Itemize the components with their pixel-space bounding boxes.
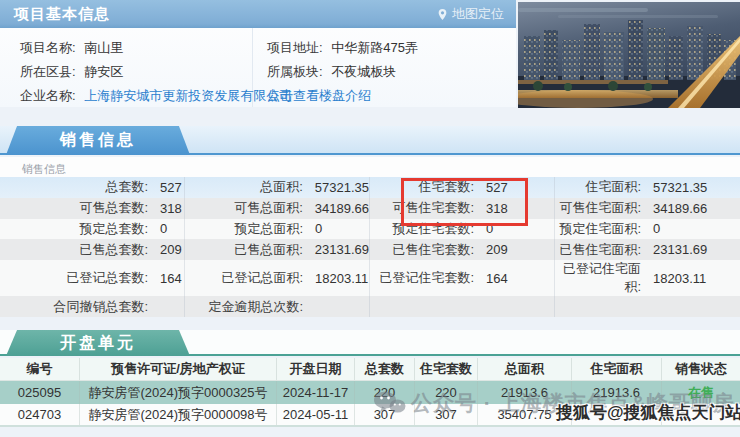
cell-label: 已售总面积: xyxy=(185,241,303,259)
tab-opening-units[interactable]: 开盘单元 xyxy=(6,330,190,356)
sales-tab-strip: 销售信息 xyxy=(0,126,740,155)
cell-label: 预定总套数: xyxy=(0,220,148,238)
project-info-panel: 项目名称: 南山里 所在区县: 静安区 企业名称: 上海静安城市更新投资发展有限… xyxy=(0,28,516,107)
cell-label: 预定住宅套数: xyxy=(370,220,474,238)
cell-label: 定金逾期总次数: xyxy=(185,298,303,316)
cell-label: 可售住宅套数: xyxy=(370,199,474,217)
opening-table-row-selected[interactable]: 025095 静安房管(2024)预字0000325号 2024-11-17 2… xyxy=(0,381,740,404)
cell-empty-1 xyxy=(370,296,555,317)
opening-tab-strip: 开盘单元 xyxy=(0,330,740,356)
cell-label: 可售总面积: xyxy=(185,199,303,217)
cell-resi-units: 住宅套数:527 xyxy=(370,177,555,198)
cell-resi-units: 220 xyxy=(415,381,478,404)
cell-resi-area: 住宅面积:57321.35 xyxy=(555,177,740,198)
cell-total-area: 21913.6 xyxy=(478,381,572,404)
project-name-value: 南山里 xyxy=(84,40,123,55)
cell-value: 527 xyxy=(486,180,508,195)
cell-value: 34189.66 xyxy=(653,201,707,216)
col-header-status: 销售状态 xyxy=(662,358,740,380)
sales-table: 总套数:527 总面积:57321.35 住宅套数:527 住宅面积:57321… xyxy=(0,177,740,317)
sales-row-cancelled: 合同撤销总套数: 定金逾期总次数: xyxy=(0,296,740,317)
col-header-total-units: 总套数 xyxy=(355,358,415,380)
map-locate-link[interactable]: 地图定位 xyxy=(437,5,504,23)
district-label: 所在区县: xyxy=(20,64,76,79)
intro-row: 点击查看楼盘介绍 xyxy=(267,84,516,108)
plate-label: 所属板块: xyxy=(267,64,323,79)
cell-label: 已登记住宅面积: xyxy=(555,260,641,296)
cell-value: 164 xyxy=(160,271,182,286)
cell-value: 18203.11 xyxy=(315,271,368,286)
project-info-right-column: 项目地址: 中华新路475弄 所属板块: 不夜城板块 点击查看楼盘介绍 xyxy=(253,28,516,107)
cell-value: 57321.35 xyxy=(315,180,369,195)
sales-row-reserved: 预定总套数:0 预定总面积:0 预定住宅套数:0 预定住宅面积:0 xyxy=(0,219,740,240)
cell-total-area: 35407.75 xyxy=(478,404,572,425)
tab-sales-info[interactable]: 销售信息 xyxy=(6,126,190,155)
cell-deposit-overdue: 定金逾期总次数: xyxy=(185,296,370,317)
cell-total-area: 总面积:57321.35 xyxy=(185,177,370,198)
plate-value: 不夜城板块 xyxy=(331,64,396,79)
cell-value: 0 xyxy=(486,221,493,236)
cell-value: 164 xyxy=(486,271,508,286)
cell-value: 34189.66 xyxy=(315,201,369,216)
cell-label: 总面积: xyxy=(185,178,303,196)
cell-value: 0 xyxy=(653,221,660,236)
col-header-total-area: 总面积 xyxy=(478,358,572,380)
cell-permit: 静安房管(2024)预字0000098号 xyxy=(80,404,277,425)
cell-value: 0 xyxy=(160,221,167,236)
sales-subheader-band xyxy=(0,157,740,177)
opening-table-row[interactable]: 024703 静安房管(2024)预字0000098号 2024-05-11 3… xyxy=(0,404,740,427)
cell-value: 318 xyxy=(486,201,508,216)
cell-total-units: 220 xyxy=(355,381,415,404)
address-label: 项目地址: xyxy=(267,40,323,55)
cell-registered-area: 已登记总面积:18203.11 xyxy=(185,260,370,296)
cell-sold-units: 已售总套数:209 xyxy=(0,239,185,260)
cell-label: 已登记住宅套数: xyxy=(370,269,474,287)
col-header-resi-units: 住宅套数 xyxy=(415,358,478,380)
cell-resi-area xyxy=(572,404,662,425)
city-night-image xyxy=(518,2,740,108)
cell-value: 23131.69 xyxy=(653,242,707,257)
view-intro-link[interactable]: 点击查看楼盘介绍 xyxy=(267,88,371,103)
cell-registered-resi-units: 已登记住宅套数:164 xyxy=(370,260,555,296)
project-header-bar: 项目基本信息 地图定位 xyxy=(0,0,516,28)
cell-total-units: 总套数:527 xyxy=(0,177,185,198)
address-row: 项目地址: 中华新路475弄 xyxy=(267,36,516,60)
cell-permit: 静安房管(2024)预字0000325号 xyxy=(80,381,277,404)
cell-value: 57321.35 xyxy=(653,180,707,195)
cell-sellable-resi-units: 可售住宅套数:318 xyxy=(370,198,555,219)
cell-label: 可售总套数: xyxy=(0,199,148,217)
opening-table-header: 编号 预售许可证/房地产权证 开盘日期 总套数 住宅套数 总面积 住宅面积 销售… xyxy=(0,358,740,381)
cell-sold-area: 已售总面积:23131.69 xyxy=(185,239,370,260)
cell-open-date: 2024-05-11 xyxy=(277,404,355,425)
company-label: 企业名称: xyxy=(20,88,76,103)
address-value: 中华新路475弄 xyxy=(331,40,418,55)
cell-label: 总套数: xyxy=(0,178,148,196)
cell-sold-resi-units: 已售住宅套数:209 xyxy=(370,239,555,260)
cell-registered-units: 已登记总套数:164 xyxy=(0,260,185,296)
cell-label: 已售总套数: xyxy=(0,241,148,259)
project-name-row: 项目名称: 南山里 xyxy=(20,36,252,60)
cell-label: 预定总面积: xyxy=(185,220,303,238)
district-row: 所在区县: 静安区 xyxy=(20,60,252,84)
cell-label: 可售住宅面积: xyxy=(555,199,641,217)
cell-sellable-resi-area: 可售住宅面积:34189.66 xyxy=(555,198,740,219)
cell-value: 18203.11 xyxy=(653,271,706,286)
opening-table: 编号 预售许可证/房地产权证 开盘日期 总套数 住宅套数 总面积 住宅面积 销售… xyxy=(0,358,740,427)
cell-label: 已售住宅套数: xyxy=(370,241,474,259)
sales-subtitle: 销售信息 xyxy=(22,162,66,177)
status-badge: 在售 xyxy=(662,381,740,404)
cell-label: 住宅面积: xyxy=(555,178,641,196)
cell-id: 025095 xyxy=(0,381,80,404)
map-locate-label: 地图定位 xyxy=(452,5,504,23)
tab-opening-units-label: 开盘单元 xyxy=(60,333,136,354)
district-value: 静安区 xyxy=(84,64,123,79)
cell-sold-resi-area: 已售住宅面积:23131.69 xyxy=(555,239,740,260)
cell-sellable-units: 可售总套数:318 xyxy=(0,198,185,219)
cell-value: 318 xyxy=(160,201,182,216)
sales-row-total: 总套数:527 总面积:57321.35 住宅套数:527 住宅面积:57321… xyxy=(0,177,740,198)
cell-sellable-area: 可售总面积:34189.66 xyxy=(185,198,370,219)
cell-value: 209 xyxy=(160,242,182,257)
cell-reserved-resi-units: 预定住宅套数:0 xyxy=(370,219,555,240)
cell-cancelled-units: 合同撤销总套数: xyxy=(0,296,185,317)
cell-empty-2 xyxy=(555,296,740,317)
